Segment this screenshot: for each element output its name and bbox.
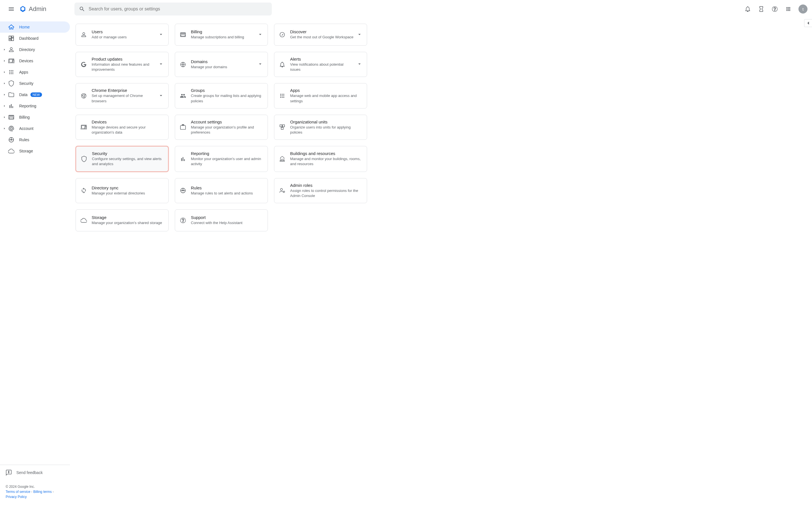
card-rules[interactable]: Rules Manage rules to set alerts and act… — [175, 178, 268, 203]
card-buildings-and-resources[interactable]: Buildings and resources Manage and monit… — [274, 146, 367, 172]
card-title: Directory sync — [92, 185, 164, 190]
devices-icon — [8, 57, 15, 64]
apps-button[interactable] — [783, 3, 794, 15]
chevron-down-icon — [257, 61, 263, 67]
chrome-icon — [80, 93, 87, 99]
card-users[interactable]: Users Add or manage users — [76, 24, 169, 46]
main-menu-button[interactable] — [5, 2, 18, 16]
copyright: © 2024 Google Inc. — [6, 484, 64, 489]
help-icon — [772, 6, 778, 12]
card-description: Manage your organization's shared storag… — [92, 220, 164, 225]
send-feedback-button[interactable]: Send feedback — [6, 470, 64, 476]
globe-icon — [179, 61, 186, 68]
main-content: Users Add or manage users Billing Manage… — [70, 18, 812, 505]
notifications-button[interactable] — [742, 3, 753, 15]
billing-terms-link[interactable]: Billing terms — [33, 490, 51, 494]
sidebar-item-account[interactable]: Account — [0, 123, 70, 134]
card-title: Apps — [290, 88, 362, 93]
card-storage[interactable]: Storage Manage your organization's share… — [76, 209, 169, 231]
card-discover[interactable]: Discover Get the most out of Google Work… — [274, 24, 367, 46]
card-title: Product updates — [92, 57, 156, 61]
help-button[interactable] — [769, 3, 781, 15]
sidebar-item-home[interactable]: Home — [0, 21, 70, 33]
hourglass-icon — [758, 6, 764, 12]
brand[interactable]: Admin — [19, 5, 46, 13]
tasks-button[interactable] — [756, 3, 767, 15]
search-input[interactable] — [89, 6, 267, 12]
card-apps[interactable]: Apps Manage web and mobile app access an… — [274, 83, 367, 108]
card-description: Manage and monitor your buildings, rooms… — [290, 156, 362, 167]
apps-icon — [279, 93, 286, 99]
card-description: Manage devices and secure your organizat… — [92, 125, 164, 135]
groups-icon — [179, 93, 186, 99]
expand-icon — [2, 82, 7, 85]
card-account-settings[interactable]: Account settings Manage your organizatio… — [175, 115, 268, 140]
expand-icon — [2, 48, 7, 51]
card-chrome-enterprise[interactable]: Chrome Enterprise Set up management of C… — [76, 83, 169, 108]
sidebar-item-label: Reporting — [19, 104, 36, 108]
help-icon — [179, 217, 186, 224]
card-icon — [8, 114, 15, 121]
card-description: Configure security settings, and view al… — [92, 156, 163, 167]
sidebar-item-label: Data — [19, 93, 28, 97]
sidebar-item-dashboard[interactable]: Dashboard — [0, 33, 70, 44]
sidebar-item-data[interactable]: Data NEW — [0, 89, 70, 100]
terms-link[interactable]: Terms of service — [6, 490, 30, 494]
sidebar-footer: Send feedback © 2024 Google Inc. Terms o… — [0, 465, 70, 505]
bell-icon — [279, 61, 286, 68]
card-description: Manage web and mobile app access and set… — [290, 93, 362, 104]
collapse-panel-button[interactable] — [804, 19, 812, 27]
card-security[interactable]: Security Configure security settings, an… — [76, 146, 169, 172]
card-groups[interactable]: Groups Create groups for mailing lists a… — [175, 83, 268, 108]
sidebar-item-billing[interactable]: Billing — [0, 112, 70, 123]
chevron-down-icon — [158, 31, 164, 38]
card-alerts[interactable]: Alerts View notifications about potentia… — [274, 52, 367, 77]
card-reporting[interactable]: Reporting Monitor your organization's us… — [175, 146, 268, 172]
card-title: Admin roles — [290, 183, 362, 188]
card-description: Connect with the Help Assistant — [191, 220, 263, 225]
privacy-link[interactable]: Privacy Policy — [6, 495, 27, 499]
sidebar-item-rules[interactable]: Rules — [0, 134, 70, 145]
sidebar-item-storage[interactable]: Storage — [0, 145, 70, 157]
sidebar-item-security[interactable]: Security — [0, 78, 70, 89]
card-billing[interactable]: Billing Manage subscriptions and billing — [175, 24, 268, 46]
card-devices[interactable]: Devices Manage devices and secure your o… — [76, 115, 169, 140]
new-badge: NEW — [30, 93, 42, 97]
card-product-updates[interactable]: Product updates Information about new fe… — [76, 52, 169, 77]
compass-icon — [279, 31, 286, 38]
expand-icon — [2, 127, 7, 130]
person-icon — [80, 31, 87, 38]
card-title: Billing — [191, 29, 255, 34]
sidebar-item-label: Devices — [19, 59, 33, 63]
sidebar-item-directory[interactable]: Directory — [0, 44, 70, 55]
card-title: Account settings — [191, 120, 263, 124]
steering-icon — [8, 136, 15, 143]
sidebar-item-devices[interactable]: Devices — [0, 55, 70, 66]
card-title: Groups — [191, 88, 263, 93]
card-domains[interactable]: Domains Manage your domains — [175, 52, 268, 77]
card-icon — [179, 31, 186, 38]
card-description: Information about new features and impro… — [92, 62, 156, 72]
sidebar-item-label: Home — [19, 25, 30, 29]
card-title: Storage — [92, 215, 164, 220]
card-title: Devices — [92, 120, 164, 124]
sidebar-item-apps[interactable]: Apps — [0, 66, 70, 78]
bar-chart-icon — [8, 103, 15, 109]
card-admin-roles[interactable]: Admin roles Assign roles to control perm… — [274, 178, 367, 203]
sidebar-item-label: Dashboard — [19, 36, 39, 41]
cloud-icon — [8, 148, 15, 154]
sidebar-item-reporting[interactable]: Reporting — [0, 100, 70, 112]
card-description: Manage your domains — [191, 64, 255, 69]
card-support[interactable]: Support Connect with the Help Assistant — [175, 209, 268, 231]
card-organizational-units[interactable]: Organizational units Organize users into… — [274, 115, 367, 140]
card-title: Security — [92, 151, 163, 156]
card-title: Rules — [191, 185, 263, 190]
card-title: Reporting — [191, 151, 263, 156]
card-directory-sync[interactable]: Directory sync Manage your external dire… — [76, 178, 169, 203]
expand-icon — [2, 71, 7, 73]
person-icon — [8, 46, 15, 53]
chevron-down-icon — [357, 61, 362, 67]
account-avatar[interactable]: t — [799, 5, 807, 13]
shield-icon — [81, 156, 88, 162]
search-bar[interactable] — [75, 3, 272, 15]
